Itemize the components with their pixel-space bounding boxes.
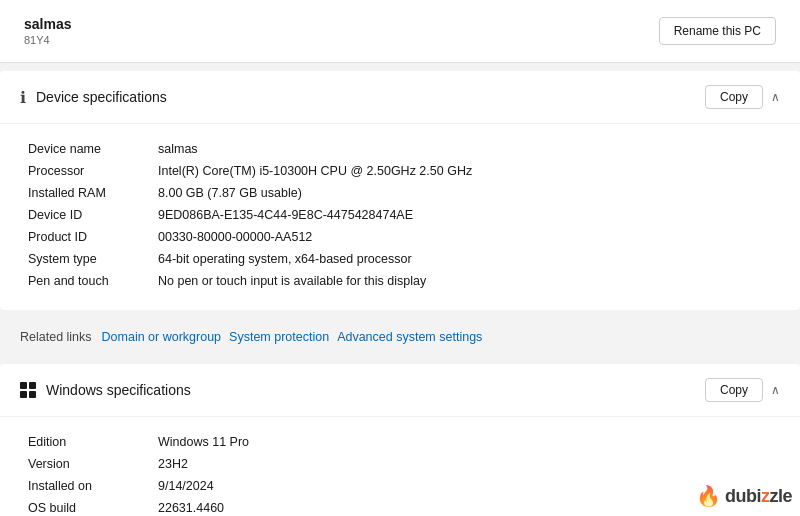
spec-value: 9/14/2024 xyxy=(158,479,772,493)
rename-button[interactable]: Rename this PC xyxy=(659,17,776,45)
table-row: Pen and touch No pen or touch input is a… xyxy=(28,270,772,292)
dubizzle-watermark: 🔥 dubizzle xyxy=(696,484,792,508)
device-specs-chevron-icon[interactable]: ∧ xyxy=(771,90,780,104)
windows-specs-chevron-icon[interactable]: ∧ xyxy=(771,383,780,397)
device-specs-title-group: ℹ Device specifications xyxy=(20,88,167,107)
spec-label: Processor xyxy=(28,164,158,178)
spec-value: 00330-80000-00000-AA512 xyxy=(158,230,772,244)
spec-label: Device ID xyxy=(28,208,158,222)
spec-label: Device name xyxy=(28,142,158,156)
dubizzle-text: dubizzle xyxy=(725,486,792,507)
table-row: Device name salmas xyxy=(28,138,772,160)
table-row: Version 23H2 xyxy=(28,453,772,475)
windows-icon xyxy=(20,382,36,398)
related-links-label: Related links xyxy=(20,330,92,344)
related-links-bar: Related links Domain or workgroup System… xyxy=(0,318,800,356)
spec-label: Version xyxy=(28,457,158,471)
device-specs-actions: Copy ∧ xyxy=(705,85,780,109)
pc-info: salmas 81Y4 xyxy=(24,16,71,46)
related-link-advanced[interactable]: Advanced system settings xyxy=(337,330,482,344)
spec-value: salmas xyxy=(158,142,772,156)
windows-specs-actions: Copy ∧ xyxy=(705,378,780,402)
windows-specs-section: Windows specifications Copy ∧ Edition Wi… xyxy=(0,364,800,516)
header-section: salmas 81Y4 Rename this PC xyxy=(0,0,800,63)
spec-label: System type xyxy=(28,252,158,266)
spec-label: Installed on xyxy=(28,479,158,493)
spec-value: Windows 11 Pro xyxy=(158,435,772,449)
windows-specs-header: Windows specifications Copy ∧ xyxy=(0,364,800,417)
spec-label: Edition xyxy=(28,435,158,449)
spec-value: No pen or touch input is available for t… xyxy=(158,274,772,288)
windows-specs-title-group: Windows specifications xyxy=(20,382,191,398)
dubizzle-flame-icon: 🔥 xyxy=(696,484,721,508)
table-row: Installed on 9/14/2024 xyxy=(28,475,772,497)
table-row: Installed RAM 8.00 GB (7.87 GB usable) xyxy=(28,182,772,204)
table-row: System type 64-bit operating system, x64… xyxy=(28,248,772,270)
windows-specs-title: Windows specifications xyxy=(46,382,191,398)
info-icon: ℹ xyxy=(20,88,26,107)
windows-specs-table: Edition Windows 11 Pro Version 23H2 Inst… xyxy=(0,417,800,516)
page: salmas 81Y4 Rename this PC ℹ Device spec… xyxy=(0,0,800,516)
spec-label: OS build xyxy=(28,501,158,515)
spec-label: Product ID xyxy=(28,230,158,244)
table-row: Processor Intel(R) Core(TM) i5-10300H CP… xyxy=(28,160,772,182)
device-specs-copy-button[interactable]: Copy xyxy=(705,85,763,109)
table-row: Device ID 9ED086BA-E135-4C44-9E8C-447542… xyxy=(28,204,772,226)
spec-value: 23H2 xyxy=(158,457,772,471)
device-specs-title: Device specifications xyxy=(36,89,167,105)
spec-value: Intel(R) Core(TM) i5-10300H CPU @ 2.50GH… xyxy=(158,164,772,178)
table-row: OS build 22631.4460 xyxy=(28,497,772,516)
device-specs-table: Device name salmas Processor Intel(R) Co… xyxy=(0,124,800,310)
device-specs-section: ℹ Device specifications Copy ∧ Device na… xyxy=(0,71,800,310)
related-link-protection[interactable]: System protection xyxy=(229,330,329,344)
windows-specs-copy-button[interactable]: Copy xyxy=(705,378,763,402)
spec-value: 22631.4460 xyxy=(158,501,772,515)
pc-name: salmas xyxy=(24,16,71,32)
table-row: Product ID 00330-80000-00000-AA512 xyxy=(28,226,772,248)
spec-label: Installed RAM xyxy=(28,186,158,200)
pc-id: 81Y4 xyxy=(24,34,71,46)
related-link-domain[interactable]: Domain or workgroup xyxy=(102,330,222,344)
spec-value: 9ED086BA-E135-4C44-9E8C-4475428474AE xyxy=(158,208,772,222)
spec-label: Pen and touch xyxy=(28,274,158,288)
spec-value: 8.00 GB (7.87 GB usable) xyxy=(158,186,772,200)
spec-value: 64-bit operating system, x64-based proce… xyxy=(158,252,772,266)
table-row: Edition Windows 11 Pro xyxy=(28,431,772,453)
device-specs-header: ℹ Device specifications Copy ∧ xyxy=(0,71,800,124)
